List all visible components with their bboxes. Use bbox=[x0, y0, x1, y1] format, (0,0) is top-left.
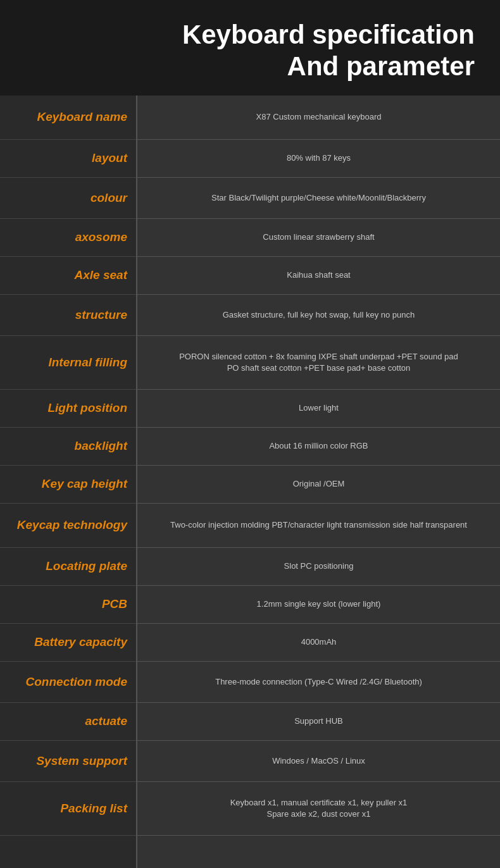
label-text-keyboard-name: Keyboard name bbox=[37, 110, 127, 124]
label-backlight: backlight bbox=[0, 428, 136, 466]
label-text-colour: colour bbox=[91, 191, 127, 205]
value-text-axle-seat: Kaihua shaft seat bbox=[287, 270, 350, 281]
value-text-internal-filling: PORON silenced cotton + 8x foaming IXPE … bbox=[179, 351, 458, 374]
value-colour: Star Black/Twilight purple/Cheese white/… bbox=[137, 178, 500, 219]
label-light-position: Light position bbox=[0, 390, 136, 428]
value-axle-seat: Kaihua shaft seat bbox=[137, 257, 500, 295]
value-text-structure: Gasket structure, full key hot swap, ful… bbox=[223, 309, 415, 321]
label-axosome: axosome bbox=[0, 219, 136, 257]
value-pcb: 1.2mm single key slot (lower light) bbox=[137, 586, 500, 624]
value-internal-filling: PORON silenced cotton + 8x foaming IXPE … bbox=[137, 336, 500, 390]
value-text-keycap-technology: Two-color injection molding PBT/characte… bbox=[170, 519, 467, 531]
label-locating-plate: Locating plate bbox=[0, 548, 136, 586]
label-text-internal-filling: Internal filling bbox=[48, 356, 127, 369]
value-text-locating-plate: Slot PC positioning bbox=[284, 561, 354, 572]
spec-table: Keyboard namelayoutcolouraxosomeAxle sea… bbox=[0, 96, 500, 868]
label-text-structure: structure bbox=[75, 308, 127, 322]
label-structure: structure bbox=[0, 295, 136, 336]
page-container: Keyboard specification And parameter Key… bbox=[0, 0, 500, 868]
label-text-locating-plate: Locating plate bbox=[46, 559, 127, 573]
value-connection-mode: Three-mode connection (Type-C Wired /2.4… bbox=[137, 662, 500, 703]
value-actuate: Support HUB bbox=[137, 703, 500, 741]
value-axosome: Custom linear strawberry shaft bbox=[137, 219, 500, 257]
label-keyboard-name: Keyboard name bbox=[0, 96, 136, 140]
label-layout: layout bbox=[0, 140, 136, 178]
value-structure: Gasket structure, full key hot swap, ful… bbox=[137, 295, 500, 336]
value-text-layout: 80% with 87 keys bbox=[287, 152, 351, 164]
label-packing-list: Packing list bbox=[0, 782, 136, 836]
value-key-cap-height: Original /OEM bbox=[137, 466, 500, 504]
label-keycap-technology: Keycap technology bbox=[0, 504, 136, 548]
label-text-key-cap-height: Key cap height bbox=[42, 477, 127, 491]
label-text-keycap-technology: Keycap technology bbox=[17, 518, 127, 532]
label-text-battery-capacity: Battery capacity bbox=[34, 635, 127, 649]
header-title: Keyboard specification And parameter bbox=[13, 19, 475, 83]
value-text-battery-capacity: 4000mAh bbox=[301, 636, 337, 648]
header-title-line1: Keyboard specification bbox=[13, 19, 475, 51]
value-column: X87 Custom mechanical keyboard80% with 8… bbox=[137, 96, 500, 868]
value-text-keyboard-name: X87 Custom mechanical keyboard bbox=[256, 111, 382, 123]
label-text-actuate: actuate bbox=[85, 714, 127, 728]
header: Keyboard specification And parameter bbox=[0, 0, 500, 96]
value-keycap-technology: Two-color injection molding PBT/characte… bbox=[137, 504, 500, 548]
value-text-actuate: Support HUB bbox=[294, 716, 343, 727]
value-text-colour: Star Black/Twilight purple/Cheese white/… bbox=[211, 192, 426, 204]
label-text-packing-list: Packing list bbox=[60, 802, 127, 815]
label-text-light-position: Light position bbox=[47, 401, 127, 415]
label-text-system-support: System support bbox=[36, 754, 127, 768]
value-text-axosome: Custom linear strawberry shaft bbox=[263, 232, 374, 243]
label-colour: colour bbox=[0, 178, 136, 219]
label-column: Keyboard namelayoutcolouraxosomeAxle sea… bbox=[0, 96, 136, 868]
label-axle-seat: Axle seat bbox=[0, 257, 136, 295]
value-backlight: About 16 million color RGB bbox=[137, 428, 500, 466]
value-text-connection-mode: Three-mode connection (Type-C Wired /2.4… bbox=[215, 676, 422, 688]
value-packing-list: Keyboard x1, manual certificate x1, key … bbox=[137, 782, 500, 836]
value-text-backlight: About 16 million color RGB bbox=[269, 440, 368, 452]
label-text-pcb: PCB bbox=[102, 597, 127, 611]
header-title-line2: And parameter bbox=[13, 51, 475, 82]
label-connection-mode: Connection mode bbox=[0, 662, 136, 703]
label-key-cap-height: Key cap height bbox=[0, 466, 136, 504]
value-text-pcb: 1.2mm single key slot (lower light) bbox=[257, 598, 381, 610]
value-locating-plate: Slot PC positioning bbox=[137, 548, 500, 586]
label-text-layout: layout bbox=[92, 151, 127, 165]
value-text-light-position: Lower light bbox=[299, 402, 339, 414]
value-system-support: Windoes / MacOS / Linux bbox=[137, 741, 500, 782]
label-text-connection-mode: Connection mode bbox=[26, 675, 127, 689]
label-text-axosome: axosome bbox=[75, 230, 127, 244]
label-internal-filling: Internal filling bbox=[0, 336, 136, 390]
label-battery-capacity: Battery capacity bbox=[0, 624, 136, 662]
value-layout: 80% with 87 keys bbox=[137, 140, 500, 178]
label-actuate: actuate bbox=[0, 703, 136, 741]
value-battery-capacity: 4000mAh bbox=[137, 624, 500, 662]
value-keyboard-name: X87 Custom mechanical keyboard bbox=[137, 96, 500, 140]
value-text-system-support: Windoes / MacOS / Linux bbox=[272, 755, 365, 767]
label-text-axle-seat: Axle seat bbox=[75, 268, 127, 282]
value-text-key-cap-height: Original /OEM bbox=[293, 478, 345, 490]
value-text-packing-list: Keyboard x1, manual certificate x1, key … bbox=[230, 797, 408, 820]
label-text-backlight: backlight bbox=[75, 439, 127, 453]
label-system-support: System support bbox=[0, 741, 136, 782]
label-pcb: PCB bbox=[0, 586, 136, 624]
value-light-position: Lower light bbox=[137, 390, 500, 428]
